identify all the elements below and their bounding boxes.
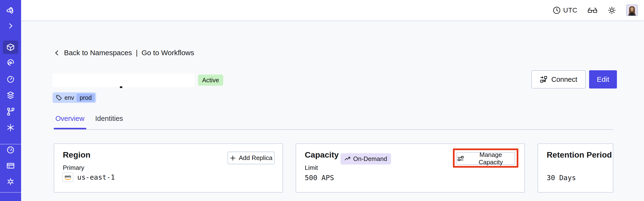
namespace-name-redacted xyxy=(52,74,194,87)
on-demand-badge-label: On-Demand xyxy=(353,155,387,162)
sidebar-item-workflows[interactable] xyxy=(0,56,21,70)
add-replica-label: Add Replica xyxy=(239,154,272,162)
breadcrumb: Back to Namespaces | Go to Workflows xyxy=(54,49,194,57)
limit-label: Limit xyxy=(305,164,318,172)
status-badge: Active xyxy=(198,74,223,86)
deployments-layers-icon xyxy=(6,90,16,100)
glasses-icon xyxy=(588,6,598,14)
sidebar-item-nexus[interactable] xyxy=(0,120,21,135)
region-card: Region Add Replica Primary aws us-east-1 xyxy=(54,144,283,192)
tag-icon xyxy=(56,94,62,101)
timezone-label: UTC xyxy=(563,6,577,14)
sidebar xyxy=(0,0,21,201)
connect-button-label: Connect xyxy=(551,76,577,84)
sidebar-item-usage[interactable] xyxy=(0,143,21,157)
sidebar-item-schedules[interactable] xyxy=(0,72,21,86)
aws-logo-text: aws xyxy=(65,174,71,178)
sidebar-expand-chevron-icon[interactable] xyxy=(0,19,21,33)
clock-icon xyxy=(553,6,561,14)
sidebar-item-deployments[interactable] xyxy=(0,88,21,103)
sidebar-item-support[interactable] xyxy=(0,197,21,201)
sliders-icon xyxy=(457,155,464,162)
settings-gear-icon xyxy=(6,177,15,186)
billing-card-icon xyxy=(6,161,15,170)
topbar: UTC xyxy=(21,0,644,21)
sidebar-item-namespaces[interactable] xyxy=(0,40,21,54)
sun-icon xyxy=(608,6,616,15)
back-chevron-icon[interactable] xyxy=(54,50,60,56)
retention-card-title: Retention Period xyxy=(547,150,612,160)
tab-identities[interactable]: Identities xyxy=(95,115,123,122)
retention-card: Retention Period 30 Days xyxy=(538,144,613,192)
on-demand-badge: On-Demand xyxy=(340,153,391,164)
edit-button-label: Edit xyxy=(597,75,609,84)
schedules-clock-icon xyxy=(6,74,15,84)
avatar-image xyxy=(627,5,637,16)
tab-overview[interactable]: Overview xyxy=(56,115,84,122)
tabs-baseline-divider xyxy=(54,129,613,130)
primary-label: Primary xyxy=(63,164,84,172)
back-to-namespaces-link[interactable]: Back to Namespaces xyxy=(64,49,132,57)
region-card-title: Region xyxy=(63,150,90,160)
aws-smile-icon xyxy=(64,178,71,180)
temporal-logo-icon[interactable] xyxy=(0,3,21,18)
workflows-spiral-icon xyxy=(6,58,15,68)
edit-button[interactable]: Edit xyxy=(589,70,617,88)
support-circle-icon xyxy=(6,200,15,201)
manage-capacity-button[interactable]: Manage Capacity xyxy=(456,152,515,165)
limit-value: 500 APS xyxy=(305,174,334,182)
namespace-tag: env prod xyxy=(52,92,96,103)
connect-button[interactable]: Connect xyxy=(531,70,586,88)
sidebar-item-batch-operations[interactable] xyxy=(0,104,21,119)
labs-mode-button[interactable] xyxy=(588,6,598,14)
sidebar-item-settings[interactable] xyxy=(0,174,21,189)
plus-icon xyxy=(230,155,236,161)
trending-up-icon xyxy=(344,156,351,162)
status-badge-label: Active xyxy=(202,76,219,84)
breadcrumb-separator: | xyxy=(136,49,138,57)
timezone-selector[interactable]: UTC xyxy=(553,6,577,14)
aws-provider-icon: aws xyxy=(62,172,73,182)
go-to-workflows-link[interactable]: Go to Workflows xyxy=(142,49,194,57)
retention-value: 30 Days xyxy=(547,174,576,182)
add-replica-button[interactable]: Add Replica xyxy=(228,152,274,164)
manage-capacity-label: Manage Capacity xyxy=(467,151,514,166)
connect-flow-icon xyxy=(540,75,548,84)
region-value: us-east-1 xyxy=(77,173,115,181)
tag-key: env xyxy=(64,94,74,101)
nexus-asterisk-icon xyxy=(6,123,15,132)
tag-value-chip: prod xyxy=(76,94,95,102)
capacity-card: Capacity On-Demand Manage Capacity Limit… xyxy=(296,144,525,192)
region-value-row: aws us-east-1 xyxy=(62,172,115,182)
sidebar-divider-bottom xyxy=(0,192,21,192)
namespaces-cube-icon xyxy=(6,42,16,52)
theme-toggle-button[interactable] xyxy=(608,6,616,15)
capacity-card-title: Capacity xyxy=(305,150,339,160)
user-avatar[interactable] xyxy=(626,4,638,16)
namespace-name-artifact-dot xyxy=(120,86,122,88)
usage-gauge-icon xyxy=(6,145,15,155)
sidebar-item-billing[interactable] xyxy=(0,158,21,173)
batch-branch-icon xyxy=(6,107,15,116)
